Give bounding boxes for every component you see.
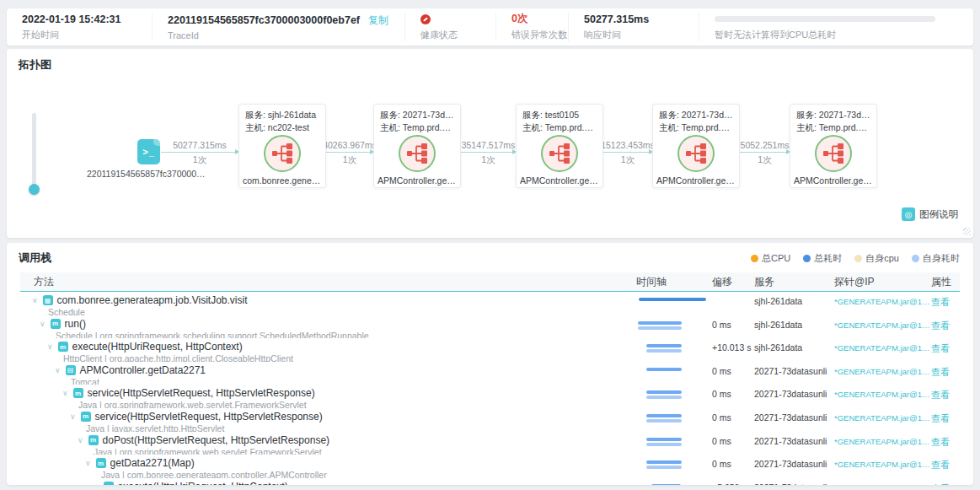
collapse-caret-icon[interactable]: ∨ — [70, 412, 76, 421]
topology-node[interactable]: 服务: 20271-73datasunli主机: Temp.prd.comm.v… — [652, 104, 740, 188]
collapse-caret-icon[interactable]: ∨ — [47, 342, 53, 351]
edge-count: 1次 — [481, 154, 495, 166]
timeline-bars — [646, 460, 682, 469]
method-detail: Java | com.bonree.generateapm.controller… — [20, 470, 636, 478]
collapse-caret-icon[interactable]: ∨ — [85, 459, 91, 467]
view-attributes-link[interactable]: 查看 — [931, 455, 960, 478]
service-node-icon — [677, 135, 715, 172]
zoom-slider-handle[interactable] — [29, 184, 40, 195]
panel-resize-grip[interactable] — [963, 228, 971, 235]
topology-edge: 50277.315ms1次 — [161, 152, 238, 153]
probe-ip-link[interactable]: *GENERATEAPM.jar@10.241.3.202 — [834, 315, 931, 339]
method-cell: ∨mdoPost(HttpServletRequest, HttpServlet… — [20, 432, 636, 455]
probe-ip-link[interactable]: *GENERATEAPM.jar@10.241.3.204 — [834, 478, 931, 485]
topology-node[interactable]: 服务: sjhl-261data主机: nc202-testcom.bonree… — [238, 104, 326, 188]
self-time-bar — [646, 443, 682, 446]
view-attributes-link[interactable]: 查看 — [931, 338, 960, 362]
edge-latency: 5052.251ms — [741, 140, 790, 150]
legend-item: 自身cpu — [854, 252, 899, 265]
edge-latency: 50277.315ms — [173, 140, 227, 150]
view-attributes-link[interactable]: 查看 — [931, 292, 960, 315]
legend-item: 自身耗时 — [912, 252, 960, 265]
column-header-5: 探针@IP — [834, 275, 931, 289]
view-attributes-link[interactable]: 查看 — [931, 385, 960, 408]
summary-label: 响应时间 — [584, 29, 683, 41]
timeline-cell — [636, 478, 712, 485]
method-cell: ∨mexecute(HttpUriRequest, HttpContext)Ht… — [20, 338, 636, 362]
collapse-caret-icon[interactable]: ∨ — [32, 296, 38, 304]
node-label: APMController.getData2273 — [790, 175, 876, 186]
self-time-bar — [646, 419, 682, 423]
probe-ip-link[interactable]: *GENERATEAPM.jar@10.241.3.204 — [834, 362, 931, 385]
edge-latency: 15123.453ms — [601, 140, 655, 150]
health-error-icon — [420, 14, 431, 24]
method-name: execute(HttpUriRequest, HttpContext) — [118, 481, 288, 485]
total-time-bar — [651, 484, 681, 485]
legend-dot — [854, 255, 862, 262]
probe-ip-link[interactable]: *GENERATEAPM.jar@10.241.3.202 — [834, 292, 931, 315]
summary-label: 错误异常次数 — [511, 29, 553, 41]
offset-cell: +10.013 s — [712, 338, 754, 362]
method-detail: Java | javax.servlet.http.HttpServlet — [20, 423, 636, 432]
topology-node[interactable]: 服务: 20271-73datasunli主机: Temp.prd.comm.v… — [373, 104, 461, 188]
summary-item-start-time: 2022-01-19 15:42:31开始时间 — [7, 13, 152, 41]
method-cell: ∨mservice(HttpServletRequest, HttpServle… — [20, 385, 636, 408]
edge-count: 1次 — [758, 154, 771, 166]
trace-summary-bar: 2022-01-19 15:42:31开始时间220119154565857fc… — [7, 8, 973, 46]
topology-edge: 5052.251ms1次 — [740, 152, 790, 153]
copy-traceid-link[interactable]: 复制 — [368, 13, 388, 28]
service-cell: 20271-73datasunli — [754, 408, 834, 432]
collapse-caret-icon[interactable]: ∨ — [93, 482, 99, 485]
collapse-caret-icon[interactable]: ∨ — [78, 436, 83, 444]
collapse-caret-icon[interactable]: ∨ — [62, 389, 68, 397]
method-cell: ∨mexecute(HttpUriRequest, HttpContext) — [20, 478, 636, 485]
probe-ip-link[interactable]: *GENERATEAPM.jar@10.241.3.204 — [834, 432, 931, 455]
collapse-caret-icon[interactable]: ∨ — [40, 320, 46, 328]
probe-ip-link[interactable]: *GENERATEAPM.jar@10.241.3.204 — [834, 455, 931, 478]
timeline-bars — [646, 344, 682, 353]
view-attributes-link[interactable]: 查看 — [931, 362, 960, 385]
summary-label: 开始时间 — [22, 29, 137, 41]
probe-ip-link[interactable]: *GENERATEAPM.jar@10.241.3.204 — [834, 408, 931, 432]
method-name: run() — [65, 318, 86, 330]
view-attributes-link[interactable]: 查看 — [931, 432, 960, 455]
column-header-4: 服务 — [754, 275, 834, 289]
total-time-bar — [646, 414, 682, 417]
view-attributes-link[interactable]: 查看 — [931, 315, 960, 339]
method-icon: m — [73, 388, 83, 398]
topology-node[interactable]: 服务: 20271-73datasunli主机: Temp.prd.comm.v… — [790, 104, 877, 188]
method-cell: ∨▦com.bonree.generateapm.job.VisitJob.vi… — [20, 292, 636, 315]
timeline-bars — [646, 390, 682, 399]
service-cell: 20271-73datasunli — [754, 455, 834, 478]
method-name: doPost(HttpServletRequest, HttpServletRe… — [103, 434, 329, 446]
self-time-bar — [638, 326, 682, 330]
edge-count: 1次 — [193, 154, 206, 166]
total-time-bar — [646, 460, 682, 464]
cpu-progress-bar — [715, 16, 935, 22]
job-icon: ▦ — [43, 295, 53, 305]
summary-item-error-count: 0次错误异常次数 — [495, 13, 568, 41]
method-icon: m — [96, 458, 106, 468]
topology-edge: 40263.967ms1次 — [326, 152, 373, 153]
service-cell: sjhl-261data — [754, 338, 834, 362]
probe-ip-link[interactable]: *GENERATEAPM.jar@10.241.3.202 — [834, 338, 931, 362]
view-attributes-link[interactable]: 查看 — [931, 408, 960, 432]
probe-ip-link[interactable]: *GENERATEAPM.jar@10.241.3.204 — [834, 385, 931, 408]
topology-node[interactable]: 服务: test0105主机: Temp.prd.comm.vm.by.idc.… — [516, 104, 603, 188]
trace-entry-terminal-icon[interactable]: >_ — [137, 139, 160, 164]
method-icon: m — [81, 412, 91, 422]
node-label: com.bonree.generateapm.job.Vis... — [239, 175, 325, 186]
summary-item-cpu-total: 暂时无法计算得到CPU总耗时 — [699, 13, 973, 41]
method-cell: ∨mrun()Schedule | org.springframework.sc… — [20, 315, 636, 339]
summary-value: 220119154565857fc3700003000f0eb7ef — [168, 14, 360, 26]
timeline-bars — [638, 321, 682, 330]
node-service: 服务: 20271-73datasunli — [374, 110, 460, 120]
legend-label: 总CPU — [762, 252, 790, 265]
timeline-cell — [636, 338, 712, 362]
collapse-caret-icon[interactable]: ∨ — [55, 366, 61, 374]
summary-label: 暂时无法计算得到CPU总耗时 — [715, 29, 958, 41]
view-attributes-link[interactable]: 查看 — [931, 478, 960, 485]
legend-help-button[interactable]: ◎ 图例说明 — [902, 207, 958, 221]
offset-cell: 0 ms — [712, 432, 754, 455]
table-row: ∨▦com.bonree.generateapm.job.VisitJob.vi… — [20, 292, 960, 315]
